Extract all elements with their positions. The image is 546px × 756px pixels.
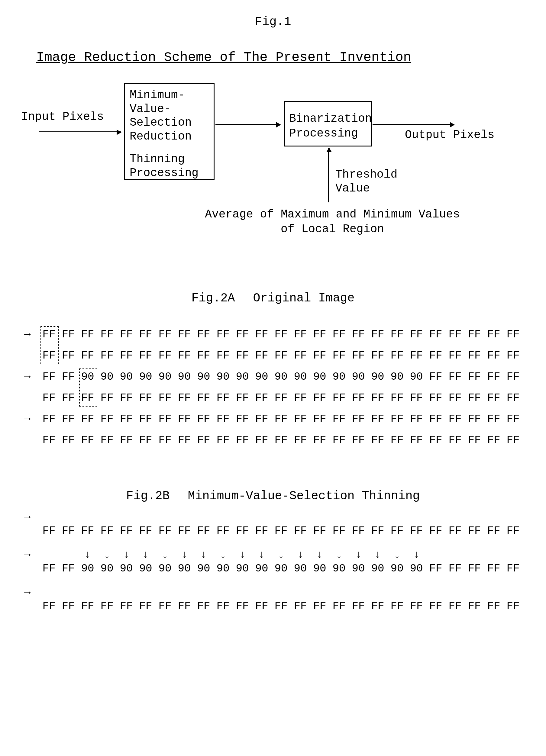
down-arrow-icon: ↓ (271, 547, 291, 563)
hex-cell: FF (465, 601, 484, 612)
hex-cell: FF (39, 526, 59, 536)
fig2a-grid: →FFFFFFFFFFFFFFFFFFFFFFFFFFFFFFFFFFFFFFF… (24, 329, 528, 456)
hex-cell: FF (291, 329, 310, 340)
hex-cell: FF (407, 393, 426, 404)
hex-cell: FF (387, 435, 407, 446)
hex-cell: FF (233, 393, 252, 404)
hex-cell: FF (59, 414, 78, 425)
hex-cell: FF (117, 414, 136, 425)
down-arrow-icon: ↓ (213, 547, 233, 563)
hex-cell: FF (329, 350, 349, 361)
hex-cell: FF (175, 414, 194, 425)
hex-cell: FF (78, 329, 97, 340)
hex-cell: FF (407, 435, 426, 446)
hex-cell: FF (59, 526, 78, 536)
hex-cell: FF (291, 601, 310, 612)
fig2b-heading: Fig.2BMinimum-Value-Selection Thinning (18, 489, 528, 503)
hex-cell: FF (465, 329, 484, 340)
hex-cell: FF (407, 414, 426, 425)
hex-cell: FF (484, 563, 503, 574)
hex-cell: 90 (407, 372, 426, 382)
hex-cell: FF (252, 435, 271, 446)
hex-cell: FF (97, 393, 117, 404)
hex-cell: FF (484, 414, 503, 425)
hex-cell: FF (426, 414, 445, 425)
hex-cell: FF (310, 414, 329, 425)
hex-cell: 90 (387, 563, 407, 574)
hex-cell: 90 (387, 372, 407, 382)
hex-cell: FF (271, 350, 291, 361)
hex-cell: FF (155, 601, 175, 612)
hex-cell: 90 (136, 372, 155, 382)
fig2b-title: Minimum-Value-Selection Thinning (188, 489, 420, 503)
hex-cell: 90 (252, 563, 271, 574)
hex-cell: 90 (194, 563, 213, 574)
hex-cell: FF (368, 350, 387, 361)
hex-cell: FF (291, 350, 310, 361)
fig2a-title: Original Image (253, 291, 355, 305)
hex-cell: FF (368, 435, 387, 446)
hex-cell: 90 (368, 563, 387, 574)
hex-cell: FF (252, 601, 271, 612)
hex-cell: FF (175, 350, 194, 361)
down-arrow-icon: ↓ (349, 547, 368, 563)
hex-cell: FF (213, 526, 233, 536)
hex-cell: FF (175, 329, 194, 340)
hex-cell: FF (349, 350, 368, 361)
hex-cell: FF (136, 435, 155, 446)
hex-cell: FF (213, 329, 233, 340)
hex-cell: FF (445, 393, 465, 404)
hex-cell: FF (78, 526, 97, 536)
hex-cell: FF (59, 329, 78, 340)
hex-cell: FF (310, 601, 329, 612)
hex-cell: 90 (97, 563, 117, 574)
arrow-input-to-box1 (39, 131, 121, 132)
hex-cell: FF (213, 435, 233, 446)
hex-cell: FF (291, 526, 310, 536)
hex-row: FFFFFFFFFFFFFFFFFFFFFFFFFFFFFFFFFFFFFFFF… (24, 601, 528, 622)
hex-cell: FF (445, 350, 465, 361)
hex-cell: 90 (310, 563, 329, 574)
hex-cell: FF (349, 329, 368, 340)
fig2b-label: Fig.2B (126, 489, 169, 503)
hex-cell: FF (252, 393, 271, 404)
hex-cell: FF (136, 329, 155, 340)
down-arrow-icon: ↓ (175, 547, 194, 563)
hex-cell: FF (39, 435, 59, 446)
hex-cell: FF (117, 601, 136, 612)
hex-cell: FF (503, 563, 523, 574)
hex-cell: FF (387, 329, 407, 340)
down-arrow-icon: ↓ (97, 547, 117, 563)
hex-cell: FF (271, 414, 291, 425)
hex-cell: FF (194, 414, 213, 425)
arrow-threshold-up (328, 148, 329, 202)
hex-cell: FF (426, 372, 445, 382)
hex-cell: 90 (233, 372, 252, 382)
hex-cell: FF (426, 329, 445, 340)
fig1-diagram: Input Pixels Minimum- Value- Selection R… (18, 77, 528, 258)
hex-cell: FF (59, 372, 78, 382)
hex-cell: 90 (117, 563, 136, 574)
hex-cell: FF (136, 526, 155, 536)
box1-top-text: Minimum- Value- Selection Reduction (130, 88, 209, 143)
box-binarization: Binarization Processing (284, 101, 372, 146)
hex-cell: FF (426, 563, 445, 574)
arrow-box2-to-output (373, 124, 454, 125)
hex-cell: FF (155, 414, 175, 425)
down-arrow-icon: ↓ (233, 547, 252, 563)
hex-cell: FF (329, 435, 349, 446)
hex-cell: 90 (329, 372, 349, 382)
hex-cell: FF (445, 435, 465, 446)
hex-cell: FF (233, 526, 252, 536)
hex-cell: FF (387, 414, 407, 425)
box1-bottom-text: Thinning Processing (130, 152, 209, 180)
hex-cell: FF (252, 329, 271, 340)
arrow-box1-to-box2 (215, 124, 281, 125)
hex-cell: 90 (213, 372, 233, 382)
hex-cell: FF (136, 393, 155, 404)
down-arrow-icon: ↓ (78, 547, 97, 563)
fig2a-label: Fig.2A (191, 291, 235, 305)
hex-cell: FF (465, 435, 484, 446)
hex-cell: FF (310, 526, 329, 536)
hex-cell: FF (175, 526, 194, 536)
